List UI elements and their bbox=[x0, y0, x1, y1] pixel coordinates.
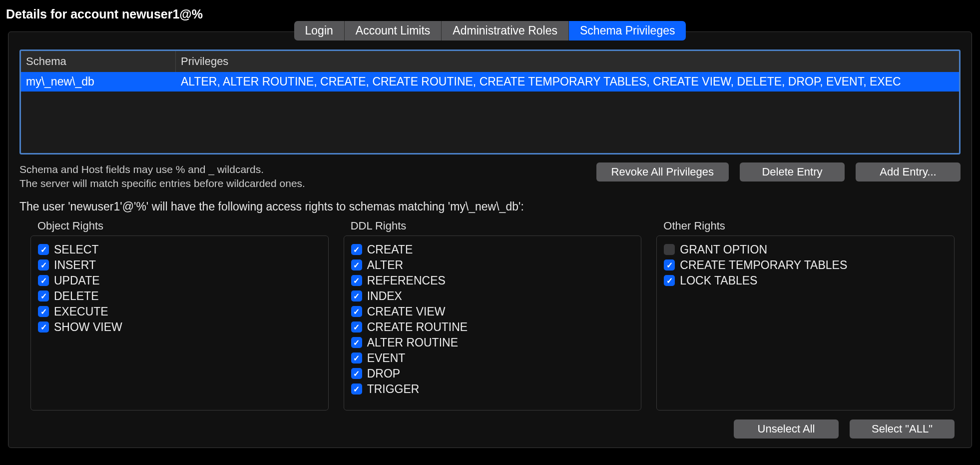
checkbox-alter-routine[interactable]: ✓ bbox=[351, 337, 362, 348]
tab-account-limits[interactable]: Account Limits bbox=[345, 21, 442, 40]
hint-line-1: Schema and Host fields may use % and _ w… bbox=[19, 162, 305, 176]
checkbox-execute[interactable]: ✓ bbox=[38, 306, 49, 317]
object-right-item: ✓DELETE bbox=[38, 288, 321, 304]
checkbox-create-routine[interactable]: ✓ bbox=[351, 322, 362, 332]
checkbox-create[interactable]: ✓ bbox=[351, 244, 362, 255]
other-rights-box: GRANT OPTION✓CREATE TEMPORARY TABLES✓LOC… bbox=[656, 236, 955, 410]
other-right-item: GRANT OPTION bbox=[664, 242, 947, 258]
schema-privileges-panel: LoginAccount LimitsAdministrative RolesS… bbox=[8, 32, 972, 448]
checkbox-insert[interactable]: ✓ bbox=[38, 260, 49, 270]
checkbox-delete[interactable]: ✓ bbox=[38, 290, 49, 302]
wildcard-hint: Schema and Host fields may use % and _ w… bbox=[19, 162, 305, 191]
checkbox-references[interactable]: ✓ bbox=[351, 275, 362, 286]
checkbox-trigger[interactable]: ✓ bbox=[351, 384, 362, 394]
column-header-schema[interactable]: Schema bbox=[21, 51, 176, 72]
object-right-item: ✓UPDATE bbox=[38, 273, 321, 288]
checkbox-label: GRANT OPTION bbox=[680, 243, 767, 256]
object-rights-title: Object Rights bbox=[37, 220, 329, 232]
checkbox-label: TRIGGER bbox=[367, 382, 420, 396]
other-right-item: ✓LOCK TABLES bbox=[664, 273, 947, 288]
checkbox-label: INSERT bbox=[54, 258, 96, 272]
checkbox-label: SELECT bbox=[54, 243, 98, 256]
checkbox-index[interactable]: ✓ bbox=[351, 290, 362, 302]
other-rights-title: Other Rights bbox=[663, 220, 955, 232]
delete-entry-button[interactable]: Delete Entry bbox=[740, 162, 845, 182]
hint-line-2: The server will match specific entries b… bbox=[19, 176, 305, 190]
unselect-all-button[interactable]: Unselect All bbox=[734, 420, 839, 438]
ddl-right-item: ✓INDEX bbox=[351, 288, 634, 304]
checkbox-label: DELETE bbox=[54, 290, 98, 303]
ddl-right-item: ✓CREATE VIEW bbox=[351, 304, 634, 320]
checkbox-label: DROP bbox=[367, 367, 400, 380]
ddl-right-item: ✓ALTER bbox=[351, 258, 634, 273]
other-right-item: ✓CREATE TEMPORARY TABLES bbox=[664, 258, 947, 273]
checkbox-update[interactable]: ✓ bbox=[38, 275, 49, 286]
table-header-row: Schema Privileges bbox=[21, 51, 959, 72]
checkbox-label: INDEX bbox=[367, 290, 402, 303]
ddl-rights-title: DDL Rights bbox=[351, 220, 642, 232]
schema-privileges-table[interactable]: Schema Privileges my\_new\_dbALTER, ALTE… bbox=[19, 50, 961, 154]
ddl-right-item: ✓CREATE bbox=[351, 242, 634, 258]
checkbox-grant-option[interactable] bbox=[664, 244, 675, 255]
checkbox-show-view[interactable]: ✓ bbox=[38, 322, 49, 332]
checkbox-label: LOCK TABLES bbox=[680, 274, 757, 288]
access-rights-sentence: The user 'newuser1'@'%' will have the fo… bbox=[19, 200, 961, 214]
tab-login[interactable]: Login bbox=[294, 21, 345, 40]
revoke-all-privileges-button[interactable]: Revoke All Privileges bbox=[596, 162, 729, 182]
select-all-button[interactable]: Select "ALL" bbox=[850, 420, 955, 438]
checkbox-label: CREATE ROUTINE bbox=[367, 320, 468, 334]
checkbox-lock-tables[interactable]: ✓ bbox=[664, 275, 675, 286]
object-right-item: ✓SELECT bbox=[38, 242, 321, 258]
checkbox-label: ALTER ROUTINE bbox=[367, 336, 458, 350]
footer-buttons: Unselect All Select "ALL" bbox=[8, 420, 955, 438]
ddl-right-item: ✓CREATE ROUTINE bbox=[351, 320, 634, 335]
checkbox-label: ALTER bbox=[367, 258, 403, 272]
ddl-rights-box: ✓CREATE✓ALTER✓REFERENCES✓INDEX✓CREATE VI… bbox=[344, 236, 642, 410]
cell-privileges: ALTER, ALTER ROUTINE, CREATE, CREATE ROU… bbox=[176, 72, 959, 92]
checkbox-create-view[interactable]: ✓ bbox=[351, 306, 362, 317]
ddl-right-item: ✓REFERENCES bbox=[351, 273, 634, 288]
ddl-right-item: ✓EVENT bbox=[351, 350, 634, 366]
object-right-item: ✓INSERT bbox=[38, 258, 321, 273]
tab-administrative-roles[interactable]: Administrative Roles bbox=[442, 21, 569, 40]
object-right-item: ✓SHOW VIEW bbox=[38, 320, 321, 335]
ddl-right-item: ✓TRIGGER bbox=[351, 382, 634, 397]
add-entry-button[interactable]: Add Entry... bbox=[856, 162, 961, 182]
table-row[interactable]: my\_new\_dbALTER, ALTER ROUTINE, CREATE,… bbox=[21, 72, 959, 92]
cell-schema: my\_new\_db bbox=[21, 72, 176, 92]
checkbox-alter[interactable]: ✓ bbox=[351, 260, 362, 270]
checkbox-label: EVENT bbox=[367, 352, 406, 365]
object-rights-group: Object Rights ✓SELECT✓INSERT✓UPDATE✓DELE… bbox=[30, 220, 329, 410]
tab-schema-privileges[interactable]: Schema Privileges bbox=[569, 21, 686, 40]
other-rights-group: Other Rights GRANT OPTION✓CREATE TEMPORA… bbox=[656, 220, 955, 410]
ddl-right-item: ✓ALTER ROUTINE bbox=[351, 335, 634, 350]
checkbox-label: UPDATE bbox=[54, 274, 100, 288]
ddl-rights-group: DDL Rights ✓CREATE✓ALTER✓REFERENCES✓INDE… bbox=[344, 220, 642, 410]
checkbox-drop[interactable]: ✓ bbox=[351, 368, 362, 379]
checkbox-select[interactable]: ✓ bbox=[38, 244, 49, 255]
ddl-right-item: ✓DROP bbox=[351, 366, 634, 382]
checkbox-label: EXECUTE bbox=[54, 305, 108, 318]
checkbox-create-temporary-tables[interactable]: ✓ bbox=[664, 260, 675, 270]
object-rights-box: ✓SELECT✓INSERT✓UPDATE✓DELETE✓EXECUTE✓SHO… bbox=[30, 236, 329, 410]
tab-bar: LoginAccount LimitsAdministrative RolesS… bbox=[8, 21, 972, 40]
object-right-item: ✓EXECUTE bbox=[38, 304, 321, 320]
checkbox-label: REFERENCES bbox=[367, 274, 446, 288]
checkbox-event[interactable]: ✓ bbox=[351, 352, 362, 364]
checkbox-label: SHOW VIEW bbox=[54, 320, 122, 334]
checkbox-label: CREATE TEMPORARY TABLES bbox=[680, 258, 847, 272]
column-header-privileges[interactable]: Privileges bbox=[176, 51, 959, 72]
rights-row: Object Rights ✓SELECT✓INSERT✓UPDATE✓DELE… bbox=[30, 220, 955, 410]
checkbox-label: CREATE bbox=[367, 243, 413, 256]
checkbox-label: CREATE VIEW bbox=[367, 305, 446, 318]
entry-buttons: Revoke All Privileges Delete Entry Add E… bbox=[596, 162, 961, 182]
